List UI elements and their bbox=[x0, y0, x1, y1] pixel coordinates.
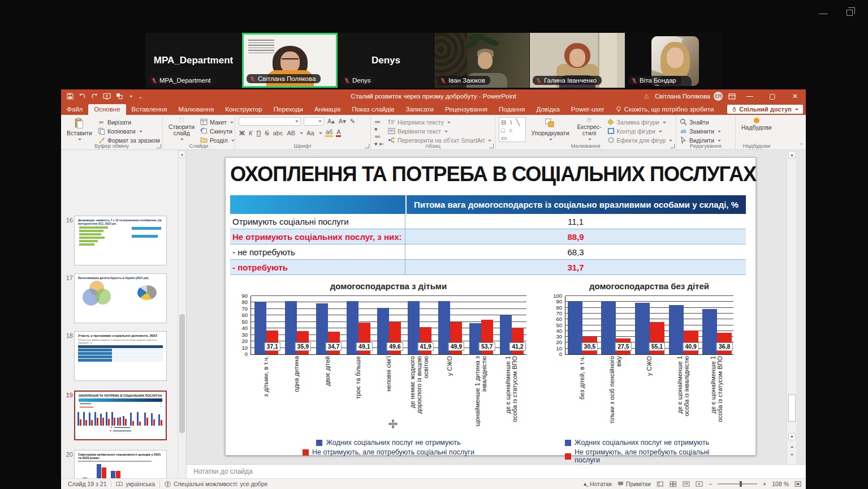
change-case-button[interactable]: Аа bbox=[306, 130, 315, 136]
warning-icon[interactable]: ⚠ bbox=[644, 93, 649, 100]
qat-more-icon[interactable] bbox=[129, 96, 133, 99]
slide-table[interactable]: Питома вага домогосподарств із соціально… bbox=[230, 195, 746, 275]
participant-tile-denys[interactable]: Denys Denys bbox=[338, 33, 434, 88]
participant-tile-svitlana[interactable]: Світлана Полякова bbox=[242, 33, 338, 88]
notes-pane[interactable]: Нотатки до слайда bbox=[187, 464, 806, 478]
cut-button[interactable]: ✂Вирізати bbox=[98, 118, 160, 126]
thumbnail-scrollbar[interactable]: ▲ ▼ bbox=[178, 150, 186, 489]
tab-record[interactable]: Записати bbox=[400, 104, 439, 115]
accessibility-status[interactable]: Спеціальні можливості: усе добре bbox=[174, 481, 267, 487]
window-minimize-button[interactable]: — bbox=[741, 89, 758, 103]
next-slide-button[interactable]: ⏷ bbox=[788, 451, 796, 458]
participant-tile-vita[interactable]: Віта Бондар bbox=[625, 33, 722, 88]
tab-insert[interactable]: Вставлення bbox=[126, 104, 173, 115]
zoom-level[interactable]: 108 % bbox=[772, 481, 789, 487]
window-restore-button[interactable]: ▢ bbox=[764, 89, 781, 103]
chart-households-without-children[interactable]: домогосподарства без дітей01020304050607… bbox=[540, 281, 737, 464]
slide-scrollbar[interactable]: ▲ ▼ ⏶ ⏷ bbox=[787, 150, 796, 464]
reset-button[interactable]: Скинути bbox=[200, 127, 234, 135]
find-button[interactable]: Знайти bbox=[680, 118, 721, 126]
zoom-slider[interactable] bbox=[718, 483, 757, 484]
new-slide-button[interactable]: Створити слайд bbox=[166, 117, 197, 141]
addins-button[interactable]: Надбудови bbox=[739, 117, 774, 141]
thumbnail-slide-16[interactable]: Депривація: наявність 7 з 13-ти визначен… bbox=[74, 216, 167, 265]
zoom-restore-button[interactable] bbox=[842, 7, 857, 18]
tab-review[interactable]: Рецензування bbox=[439, 104, 493, 115]
normal-view-button[interactable] bbox=[657, 481, 664, 487]
reading-view-button[interactable] bbox=[683, 481, 690, 487]
qat-customize-icon[interactable]: ⌄ bbox=[138, 93, 142, 100]
window-close-button[interactable]: ✕ bbox=[787, 89, 804, 103]
tab-slideshow[interactable]: Показ слайдів bbox=[346, 104, 400, 115]
zoom-slider-knob[interactable] bbox=[740, 481, 742, 487]
char-spacing-button[interactable]: АВ bbox=[286, 130, 296, 136]
clear-format-icon[interactable]: ✎ bbox=[349, 118, 356, 125]
format-icon[interactable] bbox=[116, 93, 123, 100]
slide-number-status[interactable]: Слайд 19 з 21 bbox=[61, 481, 106, 487]
share-button[interactable]: Спільний доступ bbox=[727, 105, 803, 114]
tell-me-box[interactable]: Скажіть, що потрібно зробити bbox=[610, 106, 720, 115]
account-button[interactable]: Світлана Полякова СП bbox=[655, 92, 723, 101]
scrollbar-thumb[interactable] bbox=[179, 314, 185, 433]
thumbnail-slide-18[interactable]: Участь у програмах соціальної допомоги, … bbox=[74, 331, 167, 381]
tab-draw[interactable]: Малювання bbox=[172, 104, 219, 115]
dialog-launcher-icon[interactable] bbox=[365, 144, 369, 148]
save-icon[interactable] bbox=[67, 93, 74, 100]
tab-transitions[interactable]: Переходи bbox=[268, 104, 309, 115]
shrink-font-icon[interactable]: А▾ bbox=[338, 118, 347, 125]
slide-canvas[interactable]: ОХОПЛЕННЯ ТА ПОТРЕБА В СОЦІАЛЬНИХ ПОСЛУГ… bbox=[225, 157, 756, 456]
tab-design[interactable]: Конструктор bbox=[219, 104, 268, 115]
zoom-out-button[interactable]: − bbox=[709, 481, 712, 487]
highlight-button[interactable]: аб bbox=[325, 128, 333, 137]
shape-outline-button[interactable]: Контур фігури bbox=[607, 127, 672, 135]
dialog-launcher-icon[interactable] bbox=[489, 144, 494, 148]
grow-font-icon[interactable]: А▴ bbox=[327, 118, 335, 125]
ribbon-display-icon[interactable] bbox=[728, 93, 736, 100]
participant-tile-mpa[interactable]: MPA_Department MPA_Department bbox=[145, 33, 241, 88]
strikethrough-button[interactable]: S bbox=[264, 130, 269, 136]
font-color-button[interactable]: А bbox=[336, 128, 341, 137]
collapse-ribbon-icon[interactable]: ⌃ bbox=[799, 143, 804, 148]
dialog-launcher-icon[interactable] bbox=[670, 144, 675, 148]
thumbnail-slide-17[interactable]: Багатовимірна дитяча бідність в Україні … bbox=[74, 273, 167, 323]
tab-home[interactable]: Основне bbox=[88, 104, 126, 115]
dialog-launcher-icon[interactable] bbox=[157, 144, 161, 148]
zoom-minimize-button[interactable]: — bbox=[816, 7, 831, 18]
layout-button[interactable]: Макет bbox=[200, 118, 234, 126]
tab-power-user[interactable]: Power-user bbox=[565, 104, 610, 115]
copy-button[interactable]: Копіювати bbox=[98, 127, 160, 135]
replace-button[interactable]: abЗамінити bbox=[680, 127, 721, 135]
quick-styles-button[interactable]: Експрес-стилі bbox=[575, 117, 604, 141]
font-size-combobox[interactable] bbox=[304, 117, 324, 126]
zoom-in-button[interactable]: + bbox=[763, 481, 766, 487]
arrange-button[interactable]: Упорядкувати bbox=[529, 117, 572, 141]
paste-button[interactable]: Вставити bbox=[64, 117, 94, 141]
comments-toggle[interactable]: Примітки bbox=[617, 481, 651, 487]
font-name-combobox[interactable] bbox=[239, 117, 301, 126]
slide-title[interactable]: ОХОПЛЕННЯ ТА ПОТРЕБА В СОЦІАЛЬНИХ ПОСЛУГ… bbox=[230, 162, 742, 186]
shape-fill-button[interactable]: Заливка фігури bbox=[607, 118, 672, 126]
redo-icon[interactable] bbox=[91, 93, 98, 100]
italic-button[interactable]: К bbox=[248, 130, 253, 136]
undo-icon[interactable] bbox=[79, 93, 86, 100]
text-direction-button[interactable]: Напрямок тексту bbox=[388, 118, 491, 126]
tab-view[interactable]: Подання bbox=[493, 104, 530, 115]
language-status[interactable]: українська bbox=[126, 481, 155, 487]
participant-tile-halyna[interactable]: Галина Іванченко bbox=[530, 33, 625, 88]
slide-sorter-view-button[interactable] bbox=[670, 481, 677, 487]
text-shadow-button[interactable]: abc bbox=[273, 130, 284, 136]
previous-slide-button[interactable]: ⏶ bbox=[788, 443, 796, 451]
shapes-gallery[interactable]: ⊟ \ ╲ □ ○ ▭△ ⌐ ¬ ⇨ ⇩ ◠⌇ ⌒ ∿ { } ☆ bbox=[499, 117, 526, 142]
tab-animations[interactable]: Анімація bbox=[309, 104, 346, 115]
underline-button[interactable]: П bbox=[256, 130, 261, 136]
spellcheck-icon[interactable] bbox=[116, 481, 123, 487]
scroll-down-icon[interactable]: ▼ bbox=[788, 433, 796, 440]
align-text-button[interactable]: Вирівняти текст bbox=[388, 127, 491, 135]
fit-slide-button[interactable] bbox=[794, 481, 801, 487]
tab-help[interactable]: Довідка bbox=[530, 104, 565, 115]
bold-button[interactable]: Ж bbox=[239, 130, 245, 136]
slideshow-view-button[interactable] bbox=[696, 481, 703, 487]
scroll-up-icon[interactable]: ▲ bbox=[179, 151, 185, 158]
tab-file[interactable]: Файл bbox=[61, 104, 88, 115]
scrollbar-thumb[interactable] bbox=[788, 394, 796, 422]
